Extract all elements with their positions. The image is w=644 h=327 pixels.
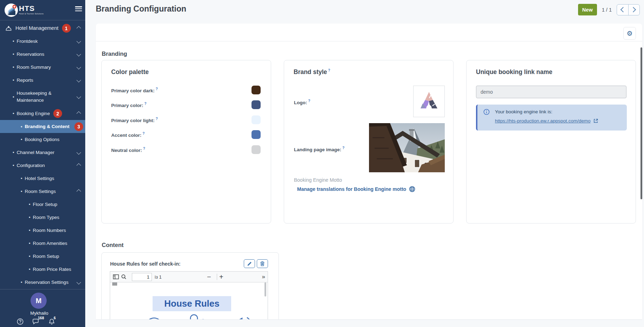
pdf-search-icon[interactable] bbox=[121, 272, 127, 282]
help-marker[interactable]: ? bbox=[342, 146, 344, 150]
color-row-primary-light: Primary color light:? bbox=[111, 112, 261, 127]
bullet-icon: • bbox=[13, 52, 14, 56]
pdf-viewer: із 1 − + » House Rules bbox=[110, 271, 268, 319]
app-root: HTS Hotel & Tourism Solutions Hotel Mana… bbox=[0, 0, 644, 327]
bell-icon[interactable]: 6 bbox=[48, 318, 55, 325]
edit-button[interactable] bbox=[244, 259, 255, 268]
pdf-scrollbar-thumb[interactable] bbox=[112, 282, 117, 286]
page-scrollbar-thumb[interactable] bbox=[640, 47, 642, 199]
branding-section-title: Branding bbox=[102, 51, 127, 57]
brand-style-card: Brand style? Logo:? Landing page image:? bbox=[284, 60, 454, 223]
landing-page-image[interactable] bbox=[369, 123, 445, 172]
pdf-doc-title: House Rules bbox=[164, 298, 220, 309]
sidebar-item-hotel-management[interactable]: Hotel Management 1 bbox=[0, 22, 85, 35]
previous-record-button[interactable] bbox=[617, 5, 628, 15]
sidebar-item-room-types[interactable]: • Room Types bbox=[0, 211, 85, 224]
delete-button[interactable] bbox=[257, 259, 268, 268]
help-marker[interactable]: ? bbox=[145, 102, 147, 106]
primary-color-light-swatch[interactable] bbox=[251, 115, 261, 124]
settings-gear-icon[interactable]: ⚙ bbox=[623, 27, 636, 40]
sidebar-item-hotel-settings[interactable]: • Hotel Settings bbox=[0, 172, 85, 185]
house-rules-label: House Rules for self check-in: bbox=[110, 261, 181, 267]
sidebar-item-booking-options[interactable]: • Booking Options bbox=[0, 133, 85, 146]
primary-color-dark-swatch[interactable] bbox=[251, 86, 261, 94]
sidebar-item-housekeeping-maintenance[interactable]: • Housekeeping & Maintenance bbox=[0, 87, 85, 107]
new-button[interactable]: New bbox=[578, 4, 597, 15]
sidebar-item-floor-setup[interactable]: • Floor Setup bbox=[0, 198, 85, 211]
bullet-icon: • bbox=[29, 267, 31, 272]
sidebar-item-reports[interactable]: • Reports bbox=[0, 74, 85, 87]
bullet-icon: • bbox=[29, 215, 31, 220]
user-avatar[interactable]: M bbox=[31, 293, 47, 309]
sidebar-item-booking-engine[interactable]: • Booking Engine 2 bbox=[0, 107, 85, 120]
brand-logo-image[interactable] bbox=[413, 86, 445, 117]
next-record-button[interactable] bbox=[628, 5, 640, 15]
help-marker[interactable]: ? bbox=[308, 99, 310, 103]
sidebar-item-room-price-rates[interactable]: • Room Price Rates bbox=[0, 263, 85, 276]
color-row-accent: Accent color:? bbox=[111, 127, 261, 142]
booking-engine-motto-label: Booking Engine Motto bbox=[294, 177, 342, 183]
chevron-up-icon bbox=[76, 111, 81, 116]
color-palette-card: Color palette Primary color dark:? Prima… bbox=[101, 60, 271, 223]
sidebar-item-configuration[interactable]: • Configuration bbox=[0, 159, 85, 172]
chat-icon[interactable]: 168 bbox=[33, 318, 39, 325]
manage-translations-link[interactable]: Manage translations for Booking Engine m… bbox=[297, 186, 415, 192]
pdf-toolbar: із 1 − + » bbox=[110, 272, 268, 282]
help-icon[interactable] bbox=[17, 318, 24, 325]
globe-icon bbox=[409, 186, 415, 192]
page-title: Branding Configuration bbox=[96, 4, 186, 14]
pdf-page-number-input[interactable] bbox=[132, 273, 152, 281]
sidebar-item-room-setup[interactable]: • Room Setup bbox=[0, 250, 85, 263]
sidebar-item-frontdesk[interactable]: • Frontdesk bbox=[0, 35, 85, 48]
sidebar-item-room-settings[interactable]: • Room Settings bbox=[0, 185, 85, 198]
notification-badge: 3 bbox=[74, 122, 83, 131]
external-link-icon[interactable] bbox=[593, 118, 598, 124]
sidebar-item-branding-content[interactable]: • Branding & Content 3 bbox=[0, 120, 85, 133]
pdf-more-tools-icon[interactable]: » bbox=[262, 272, 265, 282]
pdf-right-scrollbar[interactable] bbox=[264, 282, 266, 296]
sidebar-item-room-amenities[interactable]: • Room Amenities bbox=[0, 237, 85, 250]
bullet-icon: • bbox=[13, 163, 14, 168]
color-row-primary: Primary color:? bbox=[111, 98, 261, 113]
booking-link-info-label: Your booking engine link is: bbox=[495, 109, 552, 114]
sidebar-item-reservation-settings[interactable]: • Reservation Settings bbox=[0, 276, 85, 289]
sidebar-item-channel-manager[interactable]: • Channel Manager bbox=[0, 146, 85, 159]
sidebar-nav: Hotel Management 1 • Frontdesk • Reserva… bbox=[0, 22, 85, 289]
card-title: Color palette bbox=[111, 68, 149, 76]
booking-link-name-input[interactable] bbox=[476, 86, 626, 98]
notification-badge: 2 bbox=[53, 109, 62, 118]
hts-logo-icon bbox=[4, 3, 18, 17]
bullet-icon: • bbox=[13, 95, 14, 99]
zoom-in-button[interactable]: + bbox=[219, 272, 223, 282]
booking-engine-link[interactable]: https://hts-production.ew.r.appspot.com/… bbox=[495, 118, 590, 124]
sidebar-item-reservations[interactable]: • Reservations bbox=[0, 48, 85, 61]
bullet-icon: • bbox=[13, 150, 14, 155]
hamburger-menu-icon[interactable] bbox=[75, 6, 82, 12]
help-marker[interactable]: ? bbox=[156, 87, 158, 91]
sidebar: HTS Hotel & Tourism Solutions Hotel Mana… bbox=[0, 0, 85, 327]
branding-configuration-sheet: ⚙ Branding Color palette Primary color d… bbox=[96, 24, 642, 319]
sidebar-item-room-numbers[interactable]: • Room Numbers bbox=[0, 224, 85, 237]
help-marker[interactable]: ? bbox=[328, 68, 330, 72]
chevron-right-icon bbox=[630, 7, 636, 13]
sidebar-item-room-summary[interactable]: • Room Summary bbox=[0, 61, 85, 74]
app-logo[interactable]: HTS Hotel & Tourism Solutions bbox=[0, 0, 85, 20]
help-marker[interactable]: ? bbox=[143, 147, 145, 151]
pdf-sidebar-toggle-icon[interactable] bbox=[113, 272, 119, 282]
booking-link-info-box: Your booking engine link is: https://hts… bbox=[476, 105, 627, 131]
megaphone-icon bbox=[231, 314, 254, 319]
card-title: Unique booking link name bbox=[476, 68, 552, 76]
landing-page-image-label: Landing page image:? bbox=[294, 146, 344, 152]
zoom-out-button[interactable]: − bbox=[207, 272, 211, 282]
chat-count-badge: 168 bbox=[38, 316, 44, 320]
record-pager bbox=[617, 4, 640, 15]
neutral-color-swatch[interactable] bbox=[251, 145, 261, 154]
help-marker[interactable]: ? bbox=[142, 132, 145, 135]
help-marker[interactable]: ? bbox=[156, 117, 158, 121]
chevron-down-icon bbox=[76, 280, 81, 285]
clock-icon bbox=[143, 314, 165, 319]
color-row-neutral: Neutral color:? bbox=[111, 142, 261, 157]
accent-color-swatch[interactable] bbox=[251, 130, 261, 139]
primary-color-swatch[interactable] bbox=[251, 100, 261, 109]
app-name: HTS bbox=[19, 5, 43, 12]
